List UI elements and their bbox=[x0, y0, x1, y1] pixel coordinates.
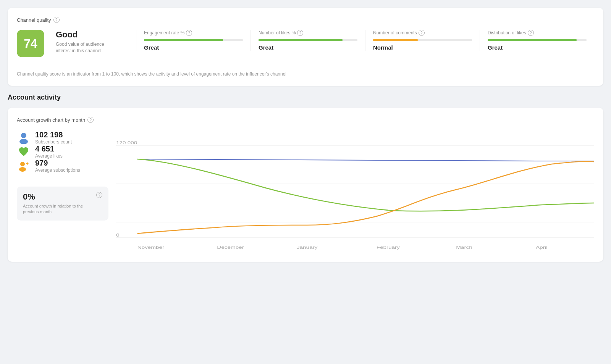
activity-card: Account growth chart by month ? 102 198 … bbox=[8, 108, 603, 262]
svg-point-3 bbox=[19, 167, 26, 172]
quality-grade: Good bbox=[56, 30, 117, 40]
stat-label: Average likes bbox=[35, 153, 63, 159]
stat-item: 4 651 Average likes bbox=[17, 145, 108, 159]
stat-icon bbox=[17, 145, 31, 159]
metric-item: Engagement rate % ? Great bbox=[136, 30, 251, 51]
quality-note: Channel quality score is an indicator fr… bbox=[17, 65, 594, 77]
stat-info: 979 Average subscriptions bbox=[35, 159, 80, 173]
quality-info: Good Good value of audience interest in … bbox=[56, 30, 117, 54]
quality-description: Good value of audience interest in this … bbox=[56, 41, 117, 54]
channel-quality-card: Channel quality ? 74 Good Good value of … bbox=[8, 8, 603, 86]
metric-bar-fill bbox=[488, 39, 577, 41]
x-label-dec: December bbox=[217, 245, 244, 250]
stat-value: 102 198 bbox=[35, 130, 72, 139]
y-label-bottom: 0 bbox=[116, 233, 120, 237]
metric-label: Engagement rate % ? bbox=[144, 30, 243, 36]
growth-description: Account growth in relation to the previo… bbox=[23, 203, 92, 215]
growth-box-left: 0% Account growth in relation to the pre… bbox=[23, 192, 92, 215]
metric-value: Great bbox=[488, 44, 587, 51]
chart-area: 120 000 0 November December January Febr… bbox=[116, 130, 594, 253]
line-chart-svg: 120 000 0 November December January Febr… bbox=[116, 130, 594, 253]
stat-icon: + bbox=[17, 159, 31, 173]
stat-info: 4 651 Average likes bbox=[35, 145, 63, 159]
growth-chart-help-icon[interactable]: ? bbox=[87, 117, 94, 123]
stat-label: Average subscriptions bbox=[35, 168, 80, 173]
metric-value: Normal bbox=[373, 44, 472, 51]
metric-label: Number of comments ? bbox=[373, 30, 472, 36]
stat-item: + 979 Average subscriptions bbox=[17, 159, 108, 173]
quality-top-row: 74 Good Good value of audience interest … bbox=[17, 30, 594, 57]
x-label-apr: April bbox=[536, 245, 548, 250]
stat-icon bbox=[17, 131, 31, 145]
account-activity-title: Account activity bbox=[8, 93, 603, 101]
x-label-jan: January bbox=[297, 245, 318, 250]
metric-help-icon[interactable]: ? bbox=[186, 30, 192, 36]
metric-item: Number of likes % ? Great bbox=[251, 30, 365, 51]
metric-value: Great bbox=[259, 44, 357, 51]
metric-bar-wrap bbox=[144, 39, 243, 41]
metric-bar-wrap bbox=[373, 39, 472, 41]
y-label-top: 120 000 bbox=[116, 140, 137, 145]
growth-box-help-icon[interactable]: ? bbox=[96, 192, 102, 198]
x-label-mar: March bbox=[456, 245, 472, 250]
metrics-row: Engagement rate % ? Great Number of like… bbox=[136, 30, 594, 51]
metric-bar-fill bbox=[144, 39, 223, 41]
svg-text:+: + bbox=[26, 161, 29, 166]
growth-chart-title: Account growth chart by month ? bbox=[17, 117, 594, 123]
line-subscriptions bbox=[137, 161, 594, 234]
chart-sidebar: 102 198 Subscribers count 4 651 Average … bbox=[17, 130, 108, 253]
channel-quality-label: Channel quality bbox=[17, 17, 51, 23]
metric-help-icon[interactable]: ? bbox=[528, 30, 534, 36]
x-label-nov: November bbox=[137, 245, 165, 250]
x-label-feb: February bbox=[377, 245, 400, 250]
account-activity-section: Account activity Account growth chart by… bbox=[8, 93, 603, 262]
metric-bar-fill bbox=[259, 39, 343, 41]
metric-bar-wrap bbox=[259, 39, 357, 41]
stat-item: 102 198 Subscribers count bbox=[17, 130, 108, 145]
metric-help-icon[interactable]: ? bbox=[419, 30, 425, 36]
stat-value: 4 651 bbox=[35, 145, 63, 153]
stat-label: Subscribers count bbox=[35, 139, 72, 145]
metric-bar-wrap bbox=[488, 39, 587, 41]
line-likes bbox=[137, 159, 594, 211]
svg-point-1 bbox=[19, 139, 28, 144]
svg-point-2 bbox=[20, 162, 25, 166]
stat-value: 979 bbox=[35, 159, 80, 168]
metric-value: Great bbox=[144, 44, 243, 51]
metric-label: Number of likes % ? bbox=[259, 30, 357, 36]
metric-bar-fill bbox=[373, 39, 418, 41]
svg-point-0 bbox=[21, 133, 26, 138]
growth-percent: 0% bbox=[23, 192, 92, 202]
chart-layout: 102 198 Subscribers count 4 651 Average … bbox=[17, 130, 594, 253]
stat-info: 102 198 Subscribers count bbox=[35, 130, 72, 145]
channel-quality-help-icon[interactable]: ? bbox=[53, 17, 60, 23]
metric-item: Distribution of likes ? Great bbox=[480, 30, 594, 51]
line-subscribers bbox=[137, 159, 594, 161]
metric-item: Number of comments ? Normal bbox=[365, 30, 480, 51]
growth-box: 0% Account growth in relation to the pre… bbox=[17, 187, 108, 221]
channel-quality-section-title: Channel quality ? bbox=[17, 17, 594, 23]
quality-score-badge: 74 bbox=[17, 30, 44, 57]
stats-container: 102 198 Subscribers count 4 651 Average … bbox=[17, 130, 108, 173]
metric-help-icon[interactable]: ? bbox=[297, 30, 303, 36]
metric-label: Distribution of likes ? bbox=[488, 30, 587, 36]
